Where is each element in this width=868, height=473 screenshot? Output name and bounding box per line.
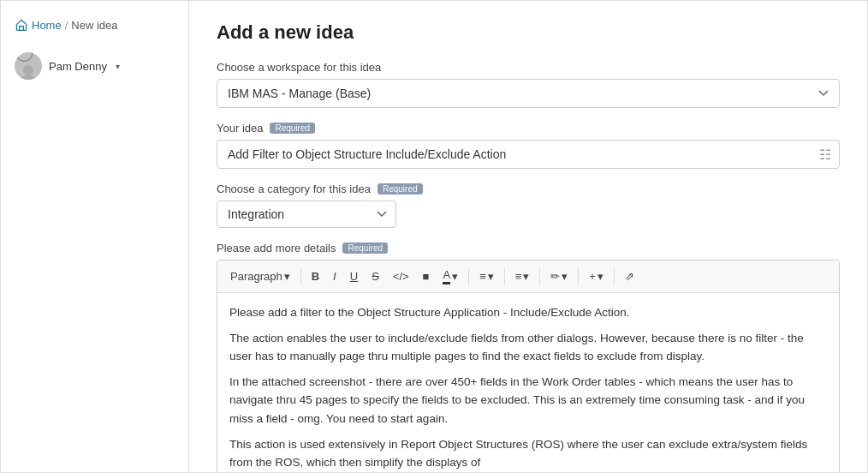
list-dropdown[interactable]: ≡ ▾ [509,267,536,285]
list-label: ≡ [515,270,522,283]
plus-arrow: ▾ [597,270,603,283]
idea-required-badge: Required [270,123,315,134]
toolbar-sep-3 [504,268,505,285]
idea-input-icon: ☷ [819,147,831,163]
avatar-svg [15,60,42,81]
svg-point-0 [23,65,33,75]
workspace-section: Choose a workspace for this idea IBM MAS… [217,61,840,108]
idea-section: Your idea Required ☷ [217,122,840,169]
user-dropdown-arrow: ▾ [116,62,120,71]
list-arrow: ▾ [523,270,529,283]
pen-dropdown[interactable]: ✏ ▾ [544,267,574,285]
paragraph-arrow: ▾ [284,270,290,283]
bold-button[interactable]: B [306,267,325,285]
pen-arrow: ▾ [562,270,568,283]
sidebar: Home / New idea ◯ Pam Denny ▾ [1,1,189,472]
category-label: Choose a category for this idea Required [217,183,840,195]
toolbar-sep-4 [539,268,540,285]
category-select[interactable]: IntegrationPerformanceUsabilitySecurity [217,201,396,228]
details-required-badge: Required [342,242,388,254]
plus-dropdown[interactable]: + ▾ [583,267,609,285]
idea-label: Your idea Required [217,122,840,135]
toolbar-sep-6 [614,268,615,285]
idea-input[interactable] [217,140,840,169]
expand-icon: ⇗ [625,270,634,283]
home-link[interactable]: Home [15,18,62,32]
editor-body[interactable]: Please add a filter to the Object Struct… [217,293,839,472]
breadcrumb: Home / New idea [1,11,188,45]
category-required-badge: Required [378,183,423,195]
editor-para-2: The action enables the user to include/e… [229,329,827,366]
breadcrumb-separator: / [65,19,68,32]
italic-button[interactable]: I [327,267,342,285]
paragraph-label: Paragraph [230,270,282,283]
font-color-arrow: ▾ [452,270,458,283]
expand-button[interactable]: ⇗ [619,267,640,285]
toolbar-sep-1 [300,268,301,285]
rich-text-editor: Paragraph ▾ B I U S [217,260,840,472]
plus-label: + [589,270,596,283]
font-color-label: A [443,268,450,284]
category-section: Choose a category for this idea Required… [217,183,840,228]
idea-input-wrapper: ☷ [217,140,840,169]
align-dropdown[interactable]: ≡ ▾ [473,267,500,285]
workspace-select[interactable]: IBM MAS - Manage (Base)IBM MAS - Monitor… [217,79,840,108]
underline-button[interactable]: U [344,267,364,285]
user-menu[interactable]: ◯ Pam Denny ▾ [1,45,188,87]
fill-button[interactable]: ■ [417,267,436,285]
align-label: ≡ [479,270,486,283]
toolbar-sep-2 [468,268,469,285]
home-icon [15,18,28,32]
pen-label: ✏ [550,270,560,283]
breadcrumb-current: New idea [71,19,117,32]
avatar: ◯ [15,52,42,80]
editor-toolbar: Paragraph ▾ B I U S [217,260,839,293]
main-content: Add a new idea Choose a workspace for th… [189,1,867,472]
editor-para-4: This action is used extensively in Repor… [229,435,827,472]
workspace-label: Choose a workspace for this idea [217,61,840,74]
paragraph-dropdown[interactable]: Paragraph ▾ [224,267,296,285]
code-button[interactable]: </> [387,267,415,285]
editor-para-3: In the attached screenshot - there are o… [229,373,827,428]
font-color-dropdown[interactable]: A ▾ [437,266,464,287]
home-label: Home [32,19,62,32]
details-section: Please add more details Required Paragra… [217,242,840,472]
toolbar-sep-5 [578,268,579,285]
details-label: Please add more details Required [217,242,840,254]
page-title: Add a new idea [217,21,840,44]
user-icon: ◯ [15,52,42,80]
strikethrough-button[interactable]: S [366,267,385,285]
editor-para-1: Please add a filter to the Object Struct… [229,303,827,322]
user-name: Pam Denny [49,60,107,73]
align-arrow: ▾ [488,270,494,283]
